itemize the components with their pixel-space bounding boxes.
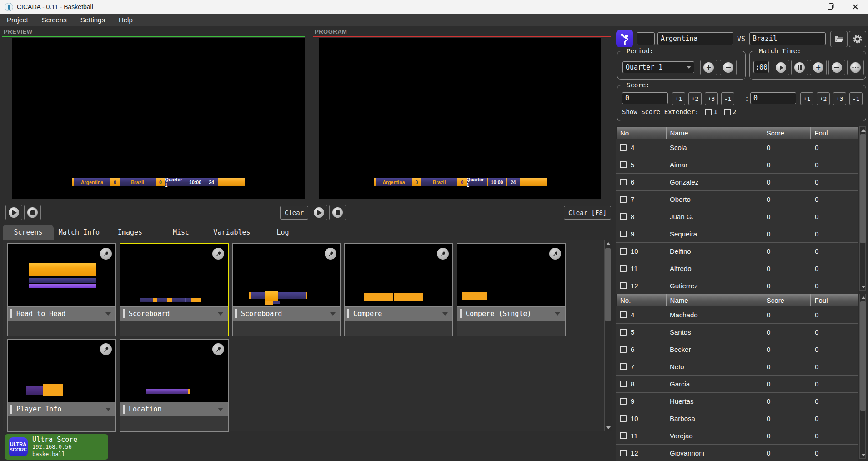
period-increase-button[interactable]: +: [700, 60, 717, 75]
menu-item-help[interactable]: Help: [112, 14, 140, 26]
preview-clear-button[interactable]: Clear: [280, 206, 308, 220]
menu-item-settings[interactable]: Settings: [74, 14, 112, 26]
player-checkbox[interactable]: [620, 363, 627, 370]
program-clear-button[interactable]: Clear [F8]: [564, 206, 611, 220]
pin-button[interactable]: [212, 248, 224, 260]
score-add-2-button[interactable]: +2: [688, 92, 702, 105]
player-checkbox[interactable]: [620, 196, 627, 203]
preview-stop-button[interactable]: [24, 205, 41, 220]
player-checkbox[interactable]: [620, 213, 627, 220]
tab-screens[interactable]: Screens: [3, 225, 54, 240]
period-select[interactable]: Quarter 1: [622, 61, 694, 73]
screen-card-head-to-head[interactable]: Head to Head: [7, 243, 116, 336]
scroll-up-icon[interactable]: [860, 294, 867, 301]
home-table-scrollbar[interactable]: [859, 126, 866, 291]
score-add-3-button[interactable]: +3: [833, 92, 846, 105]
settings-button[interactable]: [849, 31, 866, 47]
screen-select-dropdown[interactable]: Scoreboard: [120, 306, 228, 321]
player-checkbox[interactable]: [620, 265, 627, 272]
score-add-1-button[interactable]: +1: [672, 92, 685, 105]
time-decrease-button[interactable]: [828, 60, 845, 75]
pin-button[interactable]: [437, 248, 449, 260]
pin-button[interactable]: [549, 248, 561, 260]
player-row[interactable]: 9Huertas00: [616, 393, 858, 410]
player-row[interactable]: 11Varejao00: [616, 427, 858, 445]
scroll-down-icon[interactable]: [860, 283, 867, 290]
player-row[interactable]: 6Becker00: [616, 341, 858, 358]
player-row[interactable]: 8Garcia00: [616, 376, 858, 393]
scroll-down-icon[interactable]: [860, 451, 867, 458]
player-row[interactable]: 9Sequeira00: [616, 225, 858, 243]
open-file-button[interactable]: [830, 31, 848, 47]
score-add-1-button[interactable]: +1: [800, 92, 813, 105]
player-checkbox[interactable]: [620, 398, 627, 405]
period-decrease-button[interactable]: [720, 60, 737, 75]
time-more-button[interactable]: [847, 60, 864, 75]
player-checkbox[interactable]: [620, 230, 627, 237]
scrollbar-thumb[interactable]: [860, 134, 866, 243]
screen-card-scoreboard[interactable]: Scoreboard: [232, 243, 341, 336]
screen-select-dropdown[interactable]: Compere (Single): [457, 306, 565, 321]
tab-variables[interactable]: Variables: [206, 225, 257, 240]
match-time-field[interactable]: [753, 61, 769, 73]
minimize-button[interactable]: [792, 0, 817, 14]
player-row[interactable]: 5Aimar00: [616, 156, 858, 174]
player-checkbox[interactable]: [620, 311, 627, 318]
player-row[interactable]: 10Delfino00: [616, 243, 858, 260]
scroll-down-icon[interactable]: [605, 424, 612, 431]
screen-select-dropdown[interactable]: Head to Head: [8, 306, 115, 321]
player-checkbox[interactable]: [620, 432, 627, 439]
tab-images[interactable]: Images: [105, 225, 156, 240]
scrollbar-thumb[interactable]: [605, 248, 611, 321]
away-team-field[interactable]: [749, 32, 826, 45]
score-extender-checkbox-1[interactable]: [705, 109, 712, 115]
score-add-2-button[interactable]: +2: [817, 92, 830, 105]
menu-item-screens[interactable]: Screens: [35, 14, 74, 26]
screen-card-compere-single[interactable]: Compere (Single): [457, 243, 566, 336]
player-checkbox[interactable]: [620, 346, 627, 353]
away-score-field[interactable]: [750, 92, 796, 104]
player-row[interactable]: 12Gutierrez00: [616, 277, 858, 295]
player-row[interactable]: 6Gonzalez00: [616, 174, 858, 191]
tab-misc[interactable]: Misc: [156, 225, 206, 240]
player-row[interactable]: 7Neto00: [616, 358, 858, 376]
player-row[interactable]: 12Giovannoni00: [616, 445, 858, 461]
player-row[interactable]: 10Barbosa00: [616, 410, 858, 427]
player-row[interactable]: 8Juan G.00: [616, 208, 858, 225]
close-button[interactable]: [843, 0, 868, 14]
player-row[interactable]: 5Santos00: [616, 324, 858, 341]
screen-card-scoreboard[interactable]: Scoreboard: [120, 243, 229, 336]
tab-log[interactable]: Log: [257, 225, 308, 240]
scrollbar-thumb[interactable]: [860, 301, 866, 411]
score-extender-checkbox-2[interactable]: [724, 109, 731, 115]
time-pause-button[interactable]: [791, 60, 808, 75]
player-row[interactable]: 7Oberto00: [616, 191, 858, 208]
screen-select-dropdown[interactable]: Compere: [345, 306, 452, 321]
screen-card-player-info[interactable]: Player Info: [7, 339, 116, 432]
screen-select-dropdown[interactable]: Scoreboard: [233, 306, 340, 321]
player-checkbox[interactable]: [620, 144, 627, 151]
home-score-field[interactable]: [622, 92, 668, 104]
score-subtract-1-button[interactable]: -1: [849, 92, 863, 105]
score-subtract-1-button[interactable]: -1: [721, 92, 734, 105]
pin-button[interactable]: [325, 248, 336, 260]
menu-item-project[interactable]: Project: [0, 14, 35, 26]
player-checkbox[interactable]: [620, 161, 627, 168]
team-number-field[interactable]: [637, 32, 655, 45]
home-team-field[interactable]: [657, 32, 733, 45]
maximize-button[interactable]: [817, 0, 843, 14]
pin-button[interactable]: [100, 343, 112, 355]
program-stop-button[interactable]: [329, 205, 346, 220]
player-checkbox[interactable]: [620, 381, 627, 387]
player-checkbox[interactable]: [620, 282, 627, 289]
player-checkbox[interactable]: [620, 248, 627, 255]
player-row[interactable]: 4Machado00: [616, 306, 858, 324]
screen-select-dropdown[interactable]: Location: [120, 402, 228, 416]
pin-button[interactable]: [100, 248, 112, 260]
player-checkbox[interactable]: [620, 415, 627, 422]
time-start-button[interactable]: [773, 60, 789, 75]
panel-scrollbar[interactable]: [604, 240, 612, 431]
program-play-button[interactable]: [311, 205, 327, 220]
scroll-up-icon[interactable]: [860, 127, 867, 134]
player-checkbox[interactable]: [620, 450, 627, 456]
